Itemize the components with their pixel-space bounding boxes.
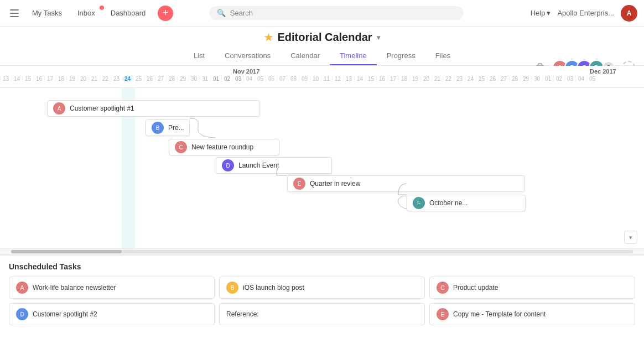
task-avatar-4: D <box>222 159 234 171</box>
project-title-row: ★ Editorial Calendar ▾ <box>264 31 380 44</box>
task-label-4: Launch Event <box>238 162 279 169</box>
unscheduled-task-ios[interactable]: B iOS launch blog post <box>219 277 425 299</box>
tab-list[interactable]: List <box>184 47 215 65</box>
task-label-3: New feature roundup <box>191 143 253 151</box>
date-cell: 01 <box>210 76 221 82</box>
task-bar-pre[interactable]: B Pre... <box>146 119 190 136</box>
dashboard-tab[interactable]: Dashboard <box>105 7 152 19</box>
task-avatar-1: A <box>53 102 65 115</box>
task-bar-launch-event[interactable]: D Launch Event <box>216 157 332 174</box>
my-tasks-tab[interactable]: My Tasks <box>27 7 67 19</box>
date-cell: 15 <box>22 76 33 82</box>
scrollbar-track[interactable] <box>11 250 633 253</box>
unscheduled-task-reference[interactable]: Reference: <box>219 303 425 325</box>
nav-right: Help ▾ Apollo Enterpris... A <box>531 5 637 22</box>
enterprise-label[interactable]: Apollo Enterpris... <box>557 9 614 17</box>
task-bar-quarter-in-review[interactable]: E Quarter in review <box>287 175 525 192</box>
task-bar-new-feature-roundup[interactable]: C New feature roundup <box>169 139 279 155</box>
svg-rect-0 <box>10 9 19 11</box>
scrollbar-thumb[interactable] <box>11 250 122 253</box>
tab-conversations[interactable]: Conversations <box>215 47 281 65</box>
date-cell: 30 <box>188 76 199 82</box>
date-cell: 16 <box>33 76 44 82</box>
task-avatar-unscheduled-1: A <box>16 282 28 294</box>
task-avatar-unscheduled-4: D <box>16 308 28 320</box>
unscheduled-task-label-1: Work-life balance newsletter <box>33 284 116 292</box>
date-cell: 05 <box>586 76 598 82</box>
date-cell: 25 <box>133 76 144 82</box>
inbox-tab[interactable]: Inbox <box>72 7 101 19</box>
unscheduled-task-product[interactable]: C Product update <box>429 277 635 299</box>
unscheduled-task-label-5: Reference: <box>226 310 259 318</box>
task-label-5: Quarter in review <box>310 180 360 188</box>
unscheduled-task-grid: A Work-life balance newsletter B iOS lau… <box>9 277 635 325</box>
date-cell: 21 <box>432 76 443 82</box>
unscheduled-task-work-life[interactable]: A Work-life balance newsletter <box>9 277 215 299</box>
date-cell: 14 <box>354 76 365 82</box>
date-cell: 27 <box>498 76 509 82</box>
date-cell: 18 <box>398 76 409 82</box>
project-title: Editorial Calendar <box>277 31 372 44</box>
tab-timeline[interactable]: Timeline <box>330 47 377 65</box>
help-button[interactable]: Help ▾ <box>531 9 551 17</box>
date-cell: 23 <box>454 76 465 82</box>
search-bar[interactable]: 🔍 <box>209 6 464 20</box>
date-cell: 20 <box>77 76 89 82</box>
unscheduled-title: Unscheduled Tasks <box>9 262 635 271</box>
task-avatar-3: C <box>175 141 187 153</box>
date-cell: 01 <box>542 76 553 82</box>
date-cell: 26 <box>487 76 498 82</box>
date-cell: 17 <box>387 76 398 82</box>
date-cell: 30 <box>531 76 542 82</box>
date-cell: 02 <box>221 76 232 82</box>
task-avatar-unscheduled-3: C <box>437 282 449 294</box>
date-cell: 24 <box>465 76 476 82</box>
date-cell: 11 <box>321 76 332 82</box>
date-cell: 22 <box>100 76 111 82</box>
timeline-scrollbar[interactable] <box>0 248 644 255</box>
today-cell: 24 <box>122 76 133 82</box>
task-label-6: October ne... <box>429 199 468 207</box>
unscheduled-task-spotlight2[interactable]: D Customer spotlight #2 <box>9 303 215 325</box>
tab-progress[interactable]: Progress <box>377 47 425 65</box>
title-dropdown-icon[interactable]: ▾ <box>377 34 380 41</box>
add-button[interactable]: + <box>158 6 173 21</box>
star-icon: ★ <box>264 32 273 44</box>
unscheduled-task-label-4: Customer spotlight #2 <box>33 310 97 318</box>
hamburger-button[interactable] <box>7 6 22 21</box>
task-bar-october[interactable]: F October ne... <box>407 195 526 211</box>
date-cell: 03 <box>232 76 243 82</box>
date-cell: 25 <box>476 76 487 82</box>
tab-files[interactable]: Files <box>425 47 460 65</box>
task-bar-customer-spotlight-1[interactable]: A Customer spotlight #1 <box>47 100 260 117</box>
date-cell: 15 <box>365 76 376 82</box>
date-cell: 02 <box>553 76 564 82</box>
top-nav: My Tasks Inbox Dashboard + 🔍 Help ▾ Apol… <box>0 0 644 27</box>
date-cell: 10 <box>310 76 321 82</box>
collapse-button[interactable]: ▾ <box>624 231 637 244</box>
user-avatar[interactable]: A <box>621 5 637 22</box>
task-avatar-unscheduled-2: B <box>226 282 238 294</box>
date-cell: 04 <box>575 76 586 82</box>
date-cell: 27 <box>155 76 166 82</box>
date-cell: 03 <box>564 76 575 82</box>
unscheduled-task-label-6: Copy me - Template for content <box>453 310 546 318</box>
task-avatar-5: E <box>293 178 305 190</box>
date-cell: 12 <box>332 76 343 82</box>
unscheduled-task-copy-me[interactable]: E Copy me - Template for content <box>429 303 635 325</box>
date-cell: 31 <box>199 76 210 82</box>
date-cell: 21 <box>89 76 100 82</box>
task-label-2: Pre... <box>168 124 184 132</box>
task-avatar-6: F <box>413 197 425 209</box>
tab-calendar[interactable]: Calendar <box>281 47 330 65</box>
date-cell: 18 <box>55 76 66 82</box>
date-cell: 29 <box>177 76 188 82</box>
date-cell: 23 <box>111 76 122 82</box>
date-cell: 04 <box>243 76 255 82</box>
date-cell: 29 <box>520 76 531 82</box>
date-cell: 08 <box>288 76 299 82</box>
project-tabs: List Conversations Calendar Timeline Pro… <box>184 47 460 65</box>
date-cell: 06 <box>266 76 277 82</box>
search-input[interactable] <box>230 9 456 17</box>
task-avatar-2: B <box>152 122 164 134</box>
